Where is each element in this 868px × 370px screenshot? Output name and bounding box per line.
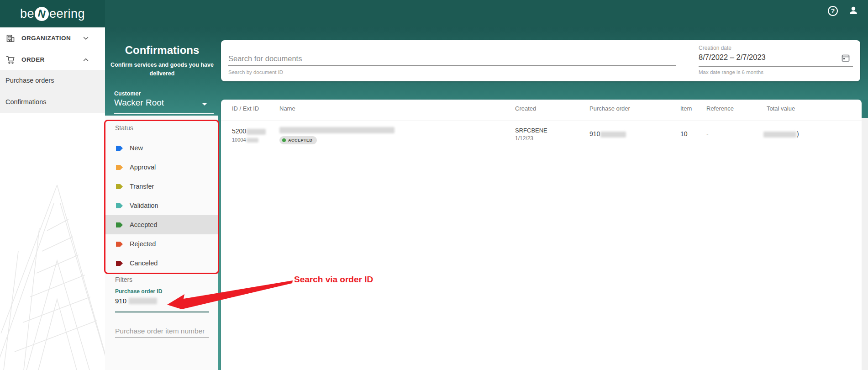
creation-date-hint: Max date range is 6 months: [699, 69, 763, 75]
purchase-order-item-input[interactable]: [115, 325, 209, 338]
status-filter-new[interactable]: New: [105, 138, 218, 158]
purchase-order-id-label: Purchase order ID: [115, 288, 162, 295]
status-tag-icon: [116, 184, 123, 189]
status-badge: ACCEPTED: [279, 136, 317, 144]
table-row[interactable]: 5200 10004 ACCEPTED SRFCBENE 1/12/23 910…: [221, 121, 862, 151]
status-section-label: Status: [115, 124, 133, 132]
logo-text-prefix: be: [20, 7, 34, 21]
status-filter-rejected[interactable]: Rejected: [105, 234, 218, 254]
column-header-created: Created: [515, 105, 536, 112]
sidebar-item-order[interactable]: ORDER: [0, 49, 105, 70]
status-tag-icon: [116, 242, 123, 247]
column-header-total-value: Total value: [767, 105, 795, 112]
sidebar-item-purchase-orders[interactable]: Purchase orders: [0, 70, 105, 91]
cart-icon: [6, 55, 15, 64]
accepted-dot-icon: [282, 138, 286, 142]
user-icon: [848, 5, 859, 16]
help-icon: ?: [828, 6, 838, 16]
row-total-value: ): [763, 130, 799, 137]
logo-text-suffix: eering: [49, 7, 85, 21]
status-filter-transfer[interactable]: Transfer: [105, 177, 218, 196]
status-tag-icon: [116, 165, 123, 170]
search-card: Search by document ID Creation date 8/7/…: [221, 40, 860, 81]
app-root: beNeering ? ORGANIZATION ORDER: [0, 0, 868, 370]
clear-input-icon[interactable]: ✕: [201, 296, 207, 305]
creation-date-label: Creation date: [699, 45, 731, 51]
row-item: 10: [680, 130, 688, 137]
sidebar-item-confirmations[interactable]: Confirmations: [0, 91, 105, 113]
user-button[interactable]: [848, 5, 859, 16]
row-id: 5200: [232, 127, 266, 135]
status-filter-approval[interactable]: Approval: [105, 158, 218, 177]
filter-panel: Status New Approval Transfer Validation …: [105, 116, 218, 370]
status-filter-accepted[interactable]: Accepted: [105, 215, 218, 234]
filters-section-label: Filters: [115, 276, 132, 283]
status-filter-canceled[interactable]: Canceled: [105, 254, 218, 273]
row-name-redacted: [279, 127, 395, 133]
customer-underline: [114, 113, 214, 114]
status-tag-icon: [116, 261, 123, 266]
status-filter-validation[interactable]: Validation: [105, 196, 218, 215]
creation-date-field: Creation date 8/7/2022 – 2/7/2023 Max da…: [699, 40, 853, 81]
creation-date-value[interactable]: 8/7/2022 – 2/7/2023: [699, 53, 766, 62]
column-header-name: Name: [279, 105, 295, 112]
column-header-reference: Reference: [706, 105, 734, 112]
customer-dropdown[interactable]: Wacker Root: [114, 98, 214, 114]
help-button[interactable]: ?: [828, 6, 839, 17]
purchase-order-id-value: 910: [115, 297, 126, 305]
search-input[interactable]: [228, 52, 676, 66]
organization-icon: [6, 34, 15, 43]
building-wireframe-decoration: [0, 114, 105, 370]
sidebar-item-label: ORGANIZATION: [21, 27, 71, 49]
column-header-id: ID / Ext ID: [232, 105, 259, 112]
calendar-icon[interactable]: [842, 54, 850, 62]
sidebar-item-label: ORDER: [21, 49, 45, 70]
confirmations-table: ID / Ext ID Name Created Purchase order …: [221, 100, 862, 370]
purchase-order-id-input[interactable]: 910: [115, 296, 209, 309]
dropdown-caret-icon: [202, 103, 207, 106]
row-ext-id: 10004: [232, 137, 258, 143]
order-submenu: Purchase orders Confirmations: [0, 70, 105, 113]
page-subtitle: Confirm services and goods you have deli…: [110, 61, 214, 78]
redacted-value: [129, 298, 157, 304]
row-created: SRFCBENE: [515, 127, 547, 134]
chevron-down-icon: [83, 37, 89, 40]
page-title: Confirmations: [105, 44, 219, 57]
sidebar: ORGANIZATION ORDER Purchase orders Confi…: [0, 27, 105, 370]
sidebar-item-organization[interactable]: ORGANIZATION: [0, 27, 105, 49]
input-underline: [115, 312, 209, 312]
customer-label: Customer: [114, 90, 141, 97]
customer-value: Wacker Root: [114, 98, 164, 108]
date-underline: [699, 66, 853, 67]
beneering-logo: beNeering: [20, 6, 85, 21]
row-reference: -: [706, 130, 709, 137]
logo-n-icon: N: [33, 5, 51, 22]
scrollbar-thumb[interactable]: [862, 100, 868, 118]
search-hint: Search by document ID: [228, 69, 283, 75]
row-created-date: 1/12/23: [515, 135, 533, 142]
scrollbar-track[interactable]: [862, 100, 868, 370]
status-tag-icon: [116, 203, 123, 208]
column-header-purchase-order: Purchase order: [589, 105, 630, 112]
row-divider: [221, 151, 862, 151]
topbar: beNeering ?: [0, 0, 868, 27]
chevron-up-icon: [83, 58, 89, 62]
status-tag-icon: [116, 146, 123, 151]
column-header-item: Item: [680, 105, 692, 112]
row-purchase-order: 910: [589, 130, 626, 137]
status-tag-icon: [116, 222, 123, 227]
